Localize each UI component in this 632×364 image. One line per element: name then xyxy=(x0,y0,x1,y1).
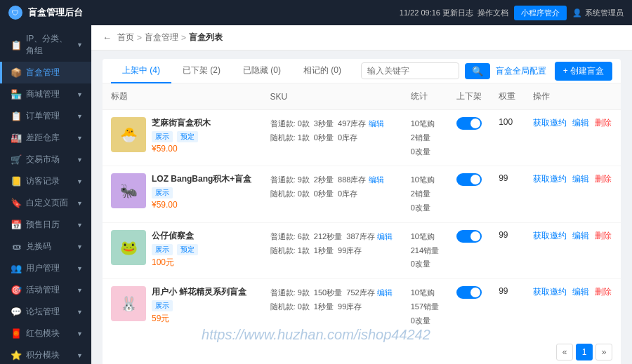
sku-cell-2: 普通款: 9款 2秒量 888库存 编辑 随机款: 0款 0秒量 0库存 xyxy=(262,166,402,222)
add-blind-box-btn[interactable]: + 创建盲盒 xyxy=(555,62,612,81)
forum-icon: 💬 xyxy=(11,306,22,317)
edit-btn-2[interactable]: 编辑 xyxy=(572,173,589,185)
chevron-icon5: ▼ xyxy=(77,156,83,163)
stat-cell-4: 10笔购157销量0改量 xyxy=(402,279,448,335)
action-links-1: 获取邀约 编辑 删除 xyxy=(533,117,612,129)
sidebar-item-forum[interactable]: 💬 论坛管理 ▼ xyxy=(0,301,91,323)
blind-box-icon: 📦 xyxy=(11,67,22,78)
sidebar-item-redpacket-label: 红包模块 xyxy=(26,328,60,339)
update-log-link[interactable]: 11/22 09:16 更新日志 xyxy=(400,8,473,18)
toggle-cell-3[interactable] xyxy=(448,222,491,278)
chevron-icon11: ▼ xyxy=(77,287,83,294)
sidebar-item-user[interactable]: 👥 用户管理 ▼ xyxy=(0,257,91,279)
product-tag-show-3: 展示 xyxy=(152,244,173,255)
miniapp-btn[interactable]: 小程序管介 xyxy=(514,6,567,20)
sidebar-item-voucher[interactable]: 🎟 兑换码 ▼ xyxy=(0,236,91,257)
table-card: 上架中 (4) 已下架 (2) 已隐藏 (0) 相记的 (0) 🔍 盲盒全局配置… xyxy=(103,59,621,364)
delete-btn-3[interactable]: 删除 xyxy=(595,230,612,242)
get-invite-btn-3[interactable]: 获取邀约 xyxy=(533,230,567,242)
priority-cell-1: 100 xyxy=(490,110,524,166)
main-layout: 📋 IP、分类、角组 ▼ 📦 盲盒管理 🏪 商城管理 ▼ 📋 订单管理 ▼ 🏭 … xyxy=(0,25,632,364)
product-img-1: 🐣 xyxy=(111,117,146,152)
action-links-3: 获取邀约 编辑 删除 xyxy=(533,230,612,242)
product-table: 标题 SKU 统计 上下架 权重 操作 xyxy=(103,83,621,335)
sidebar-item-warehouse-label: 差距仓库 xyxy=(26,132,60,144)
tab-hidden[interactable]: 已隐藏 (0) xyxy=(232,59,292,83)
pagination-page-1[interactable]: 1 xyxy=(576,344,593,360)
product-name-3: 公仔侦察盒 xyxy=(152,230,254,242)
toggle-4[interactable] xyxy=(456,286,482,299)
sidebar-item-merchant[interactable]: 🏪 商城管理 ▼ xyxy=(0,83,91,105)
pagination: « 1 » xyxy=(103,335,621,364)
delete-btn-1[interactable]: 删除 xyxy=(595,117,612,129)
search-button[interactable]: 🔍 xyxy=(465,63,490,79)
toggle-2[interactable] xyxy=(456,173,482,186)
tab-removed[interactable]: 已下架 (2) xyxy=(171,59,232,83)
config-link[interactable]: 盲盒全局配置 xyxy=(496,65,546,77)
sku-edit-link-4[interactable]: 编辑 xyxy=(377,288,393,297)
breadcrumb-parent[interactable]: 盲盒管理 xyxy=(145,32,178,43)
edit-btn-3[interactable]: 编辑 xyxy=(572,230,589,242)
product-name-4: 用户小 鲜花精灵系列盲盒 xyxy=(152,286,254,298)
toggle-cell-4[interactable] xyxy=(448,279,491,335)
get-invite-btn-1[interactable]: 获取邀约 xyxy=(533,117,567,129)
operation-doc-link[interactable]: 操作文档 xyxy=(478,8,508,18)
toggle-3[interactable] xyxy=(456,230,482,243)
sidebar-item-blind-box[interactable]: 📦 盲盒管理 xyxy=(0,62,91,83)
top-bar-actions: 11/22 09:16 更新日志 操作文档 xyxy=(400,8,508,18)
sidebar-item-points[interactable]: ⭐ 积分模块 ▼ xyxy=(0,344,91,364)
product-img-2: 🐜 xyxy=(111,173,146,208)
col-sku: SKU xyxy=(262,83,402,110)
product-info-3: 公仔侦察盒 展示 预定 100元 xyxy=(152,230,254,269)
stat-cell-3: 10笔购214销量0改量 xyxy=(402,222,448,278)
sku-edit-link-2[interactable]: 编辑 xyxy=(369,175,384,184)
sku-cell-3: 普通款: 6款 212秒量 387库存 编辑 随机款: 1款 1秒量 99库存 xyxy=(262,222,402,278)
edit-btn-4[interactable]: 编辑 xyxy=(572,286,589,298)
sidebar-item-market[interactable]: 🛒 交易市场 ▼ xyxy=(0,149,91,170)
priority-badge-2: 99 xyxy=(499,173,508,183)
sidebar-item-ip[interactable]: 📋 IP、分类、角组 ▼ xyxy=(0,28,91,62)
delete-btn-2[interactable]: 删除 xyxy=(595,173,612,185)
search-area: 🔍 盲盒全局配置 xyxy=(361,62,546,79)
product-price-3: 100元 xyxy=(152,257,254,269)
toggle-cell-1[interactable] xyxy=(448,110,491,166)
chevron-icon6: ▼ xyxy=(77,178,83,185)
tab-draft[interactable]: 相记的 (0) xyxy=(292,59,353,83)
tab-selling[interactable]: 上架中 (4) xyxy=(111,59,171,83)
toggle-1[interactable] xyxy=(456,117,482,130)
back-button[interactable]: ← xyxy=(103,32,112,43)
order-icon: 📋 xyxy=(11,111,22,121)
edit-btn-1[interactable]: 编辑 xyxy=(572,117,589,129)
chevron-icon2: ▼ xyxy=(77,91,83,98)
toggle-cell-2[interactable] xyxy=(448,166,491,222)
sidebar-item-transaction[interactable]: 📒 访客记录 ▼ xyxy=(0,170,91,192)
chevron-icon13: ▼ xyxy=(77,330,83,337)
delete-btn-4[interactable]: 删除 xyxy=(595,286,612,298)
sidebar-item-custom-page[interactable]: 🔖 白定义页面 ▼ xyxy=(0,192,91,214)
pagination-next[interactable]: » xyxy=(595,344,612,360)
breadcrumb-home[interactable]: 首页 xyxy=(117,32,134,43)
action-cell-4: 获取邀约 编辑 删除 xyxy=(525,279,621,335)
sku-cell-4: 普通款: 9款 150秒量 752库存 编辑 随机款: 0款 1秒量 99库存 xyxy=(262,279,402,335)
sidebar-item-redpacket[interactable]: 🧧 红包模块 ▼ xyxy=(0,323,91,344)
pagination-prev[interactable]: « xyxy=(556,344,573,360)
sku-edit-link-1[interactable]: 编辑 xyxy=(369,119,384,128)
warehouse-icon: 🏭 xyxy=(11,133,22,143)
chevron-icon9: ▼ xyxy=(77,243,83,250)
merchant-icon: 🏪 xyxy=(11,89,22,100)
user-mgmt-icon: 👥 xyxy=(11,263,22,274)
sidebar-item-activity[interactable]: 🎯 活动管理 ▼ xyxy=(0,279,91,301)
sku-edit-link-3[interactable]: 编辑 xyxy=(377,232,393,241)
sidebar-item-order[interactable]: 📋 订单管理 ▼ xyxy=(0,105,91,127)
product-name-2: LOZ BangBang积木+盲盒 xyxy=(152,173,254,185)
activity-icon: 🎯 xyxy=(11,285,22,295)
sidebar-item-market-label: 交易市场 xyxy=(26,154,60,166)
top-bar-right: 11/22 09:16 更新日志 操作文档 小程序管介 👤 系统管理员 xyxy=(400,6,624,20)
transaction-icon: 📒 xyxy=(11,176,22,187)
sidebar-item-presale[interactable]: 📅 预售日历 ▼ xyxy=(0,214,91,236)
get-invite-btn-4[interactable]: 获取邀约 xyxy=(533,286,567,298)
get-invite-btn-2[interactable]: 获取邀约 xyxy=(533,173,567,185)
product-cell-4: 🐰 用户小 鲜花精灵系列盲盒 展示 59元 xyxy=(103,279,262,335)
sidebar-item-warehouse[interactable]: 🏭 差距仓库 ▼ xyxy=(0,127,91,149)
search-input[interactable] xyxy=(361,62,459,79)
